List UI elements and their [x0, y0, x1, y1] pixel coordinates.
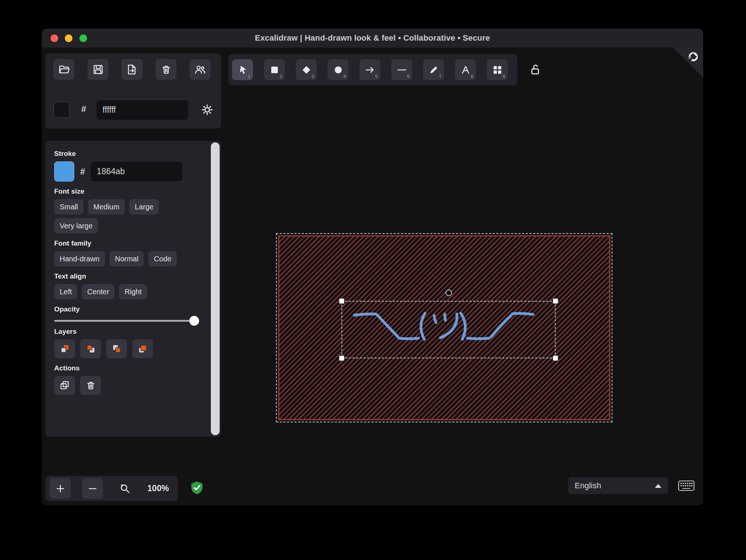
- collaborators-icon: [194, 64, 206, 75]
- resize-handle-top-left[interactable]: [339, 298, 344, 304]
- plus-icon: [55, 483, 66, 494]
- tool-line[interactable]: 6: [391, 59, 412, 80]
- send-backward-button[interactable]: [80, 339, 101, 358]
- tool-rectangle[interactable]: 2: [264, 59, 285, 80]
- minimize-window-button[interactable]: [65, 34, 72, 42]
- trash-icon: [85, 380, 96, 391]
- resize-handle-bottom-left[interactable]: [339, 355, 344, 361]
- duplicate-button[interactable]: [54, 376, 75, 395]
- bring-to-front-button[interactable]: [132, 339, 153, 358]
- tools-toolbar: 1 2 3 4 5: [228, 54, 518, 85]
- opacity-slider[interactable]: [54, 320, 198, 322]
- properties-panel: Stroke # Font size Small Medium Large Ve…: [45, 141, 221, 437]
- send-to-back-icon: [59, 343, 70, 354]
- language-value: English: [575, 481, 655, 490]
- font-size-large-button[interactable]: Large: [129, 199, 159, 214]
- close-window-button[interactable]: [51, 34, 58, 42]
- bring-forward-button[interactable]: [106, 339, 127, 358]
- tool-text[interactable]: 8: [455, 59, 476, 80]
- background-color-input[interactable]: [97, 100, 188, 120]
- titlebar: Excalidraw | Hand-drawn look & feel • Co…: [42, 29, 703, 48]
- chevron-up-icon: [655, 484, 661, 488]
- canvas-background-swatch[interactable]: [53, 102, 70, 118]
- font-family-normal-button[interactable]: Normal: [109, 251, 144, 266]
- tool-shortcut: 7: [439, 74, 441, 79]
- open-file-button[interactable]: [53, 59, 74, 80]
- window-title: Excalidraw | Hand-drawn look & feel • Co…: [255, 33, 490, 43]
- font-family-code-button[interactable]: Code: [148, 251, 177, 266]
- zoom-reset-button[interactable]: [114, 478, 135, 499]
- text-align-right-button[interactable]: Right: [119, 284, 147, 299]
- font-size-medium-button[interactable]: Medium: [88, 199, 125, 214]
- resize-handle-bottom-right[interactable]: [553, 355, 558, 361]
- encryption-shield-icon[interactable]: [190, 481, 204, 496]
- stroke-color-input[interactable]: [91, 162, 182, 181]
- send-to-back-button[interactable]: [54, 339, 75, 358]
- tool-draw[interactable]: 7: [423, 59, 444, 80]
- clear-canvas-button[interactable]: [156, 59, 176, 80]
- duplicate-icon: [59, 380, 70, 391]
- zoom-reset-icon: [119, 482, 131, 495]
- bring-to-front-icon: [137, 343, 148, 354]
- font-size-very-large-button[interactable]: Very large: [54, 218, 98, 234]
- save-button[interactable]: [87, 59, 108, 80]
- trash-icon: [160, 64, 172, 75]
- save-icon: [92, 64, 104, 75]
- tool-selection[interactable]: 1: [232, 59, 253, 80]
- settings-button[interactable]: [199, 102, 215, 118]
- line-icon: [396, 64, 408, 76]
- collaboration-button[interactable]: [190, 59, 210, 80]
- zoom-in-button[interactable]: [50, 478, 71, 499]
- zoom-panel: 100%: [45, 476, 178, 501]
- shrug-text-element[interactable]: [353, 310, 536, 347]
- bring-forward-icon: [111, 343, 122, 354]
- background-hex-prefix: #: [81, 104, 86, 114]
- actions-label: Actions: [54, 364, 199, 372]
- keep-tool-active-button[interactable]: [526, 60, 545, 79]
- resize-handle-top-right[interactable]: [553, 298, 558, 304]
- tool-ellipse[interactable]: 4: [328, 59, 348, 80]
- file-actions-panel: #: [45, 53, 221, 128]
- text-align-label: Text align: [54, 272, 199, 280]
- delete-button[interactable]: [80, 376, 101, 395]
- pencil-icon: [428, 64, 440, 76]
- keyboard-shortcuts-button[interactable]: [677, 478, 696, 493]
- tool-shortcut: 1: [248, 74, 250, 79]
- stroke-hex-prefix: #: [80, 167, 85, 177]
- rotate-handle[interactable]: [445, 290, 452, 296]
- arrow-icon: [364, 64, 376, 76]
- keyboard-icon: [678, 478, 695, 493]
- zoom-level: 100%: [140, 476, 176, 501]
- opacity-slider-knob[interactable]: [189, 316, 199, 326]
- export-icon: [126, 64, 138, 75]
- stroke-color-swatch[interactable]: [54, 161, 74, 182]
- font-family-hand-drawn-button[interactable]: Hand-drawn: [54, 251, 105, 266]
- github-octocat-icon: [686, 49, 701, 64]
- tool-diamond[interactable]: 3: [296, 59, 317, 80]
- language-select[interactable]: English: [568, 477, 668, 494]
- tool-shortcut: 5: [375, 74, 378, 79]
- tool-library[interactable]: 9: [487, 59, 508, 80]
- font-size-label: Font size: [54, 187, 199, 195]
- library-grid-icon: [492, 64, 503, 76]
- github-corner[interactable]: [673, 48, 703, 78]
- cursor-icon: [237, 64, 249, 76]
- panel-scrollbar[interactable]: [211, 142, 220, 435]
- excalidraw-window: Excalidraw | Hand-drawn look & feel • Co…: [42, 29, 703, 505]
- text-align-center-button[interactable]: Center: [82, 284, 115, 299]
- font-size-small-button[interactable]: Small: [54, 199, 83, 214]
- rectangle-icon: [269, 64, 280, 76]
- unlocked-padlock-icon: [529, 63, 542, 76]
- tool-arrow[interactable]: 5: [359, 59, 380, 80]
- diamond-icon: [301, 64, 312, 76]
- export-button[interactable]: [122, 59, 142, 80]
- stroke-label: Stroke: [54, 150, 199, 158]
- zoom-window-button[interactable]: [79, 34, 87, 42]
- tool-shortcut: 2: [280, 74, 282, 79]
- opacity-label: Opacity: [54, 305, 199, 313]
- open-folder-icon: [58, 64, 70, 75]
- zoom-out-button[interactable]: [82, 478, 103, 499]
- minus-icon: [87, 483, 98, 494]
- text-align-left-button[interactable]: Left: [54, 284, 77, 299]
- ellipse-icon: [332, 64, 344, 76]
